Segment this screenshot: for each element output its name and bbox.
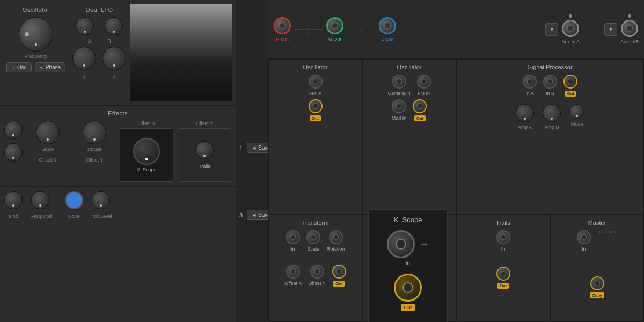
mod-knob[interactable] xyxy=(4,191,23,209)
lfo-wave-a-group: ∧ xyxy=(72,47,96,81)
h-line-2 xyxy=(348,26,375,26)
scale-label: Scale xyxy=(41,147,54,152)
master-in-port[interactable] xyxy=(577,230,591,244)
trails-out-label: Out xyxy=(497,283,509,289)
phase-tab[interactable]: ∿ Phase xyxy=(35,62,65,72)
tr-ox-label: Offset X xyxy=(284,281,302,286)
tr-scale-inner xyxy=(311,235,316,240)
offset-y-label: Offset Y xyxy=(86,157,103,163)
tr-in-port[interactable] xyxy=(286,230,300,244)
lfo-label-b: B xyxy=(107,39,111,45)
mode-knob[interactable] xyxy=(569,104,584,119)
sig-in-a-port[interactable] xyxy=(523,75,537,89)
offset-y-knob-group: Offset Y xyxy=(74,157,116,163)
aux-a-inner xyxy=(567,25,574,32)
osc2-out-group: Out xyxy=(413,99,427,121)
osc2-out-port[interactable] xyxy=(413,99,427,113)
kscope-out-port[interactable] xyxy=(394,274,422,302)
transform-arrow-row: → xyxy=(311,257,320,265)
oscillator-frequency-knob[interactable] xyxy=(19,17,53,52)
lfo-knob-b[interactable] xyxy=(105,17,123,35)
master-copy-port[interactable] xyxy=(590,276,604,290)
oscillator-1-module: Oscillator FM In Out xyxy=(268,59,362,214)
sig-proc-top-row: In A In B Out xyxy=(523,75,577,97)
trails-out-port[interactable] xyxy=(496,267,510,281)
effects-section: Effects Scale Rotate xyxy=(0,106,236,187)
effects-title: Effects xyxy=(4,110,231,116)
modules-grid: Oscillator FM In Out Oscillator xyxy=(268,59,644,215)
effects-knob-1[interactable] xyxy=(4,121,23,139)
aux-a-label: Aux In A xyxy=(561,39,580,45)
effects-knob-2[interactable] xyxy=(4,143,23,162)
osc2-title: Oscillator xyxy=(397,64,422,70)
right-panel: R Out ← → G Out → xyxy=(268,0,644,322)
aux-b-port[interactable] xyxy=(621,20,638,37)
mode-label: Mode xyxy=(571,121,583,127)
trails-title: Trails xyxy=(496,219,510,226)
mode-group: Mode xyxy=(569,104,584,130)
sig-in-b-port[interactable] xyxy=(543,75,557,89)
color-knob[interactable] xyxy=(65,191,83,209)
aux-a-port[interactable] xyxy=(562,20,579,37)
aux-b-dropdown[interactable]: ▼ xyxy=(604,23,617,36)
tr-ox-port[interactable] xyxy=(286,265,300,279)
aux-b-group: Aux In B xyxy=(620,14,639,45)
osc2-mod-in-port[interactable] xyxy=(392,99,406,113)
aux-a-dropdown[interactable]: ▼ xyxy=(545,23,558,36)
freq-mod-knob[interactable] xyxy=(31,191,49,209)
osc2-cam-in-port[interactable] xyxy=(392,75,406,89)
arrow-l-1: ← xyxy=(306,23,311,28)
oscillator-tabs: ∿ Osc ∿ Phase xyxy=(6,62,65,72)
g-out-port[interactable] xyxy=(326,17,343,34)
lfo-knob-a-group xyxy=(76,17,94,35)
r-out-group: R Out xyxy=(274,17,291,42)
amp-b-knob[interactable] xyxy=(543,104,561,122)
osc2-cam-in-group: Camera In xyxy=(387,75,410,96)
lfo-wave-knob-b[interactable] xyxy=(103,47,126,70)
preset-3-number: 3 xyxy=(239,212,243,218)
main-layout: Oscillator Frequency ∿ Osc ∿ Phase xyxy=(0,0,644,322)
phase-wave-icon: ∿ xyxy=(40,65,44,70)
g-out-group: G Out xyxy=(326,17,343,42)
tr-in-group: In xyxy=(286,230,300,252)
osc2-fm-in-port[interactable] xyxy=(417,75,431,89)
osc1-fm-in-label: FM In xyxy=(309,91,321,96)
osc1-out-port[interactable] xyxy=(309,99,323,113)
sig-in-a-label: In A xyxy=(525,91,534,96)
lfo-wave-symbol-a: ∧ xyxy=(82,72,87,81)
trails-knob[interactable] xyxy=(195,141,214,159)
osc2-fm-in-inner xyxy=(421,79,427,84)
osc-tab[interactable]: ∿ Osc xyxy=(6,62,32,72)
lfo-wave-knob-a[interactable] xyxy=(72,47,96,70)
rotate-knob[interactable] xyxy=(83,121,106,144)
trails-out-row: Out xyxy=(496,267,510,289)
tr-oy-port[interactable] xyxy=(310,265,324,279)
tr-scale-port[interactable] xyxy=(306,230,320,244)
kscope-in-port[interactable] xyxy=(387,230,415,258)
lfo-knob-a[interactable] xyxy=(76,17,94,35)
b-out-port[interactable] xyxy=(379,17,396,34)
scale-knob[interactable] xyxy=(36,121,60,144)
amp-a-group: Amp A xyxy=(516,104,534,130)
kscope-arrow-right: → xyxy=(419,239,429,250)
dual-lfo-section: Dual LFO A B ∧ xyxy=(70,4,128,101)
osc1-fm-in-group: FM In xyxy=(309,75,323,96)
kscope-knob[interactable] xyxy=(133,138,160,165)
tr-out-port[interactable] xyxy=(332,265,346,279)
tr-oy-label: Offset Y xyxy=(309,281,326,286)
mix-level-label: Mix Level xyxy=(92,214,112,219)
mod-label: Mod xyxy=(4,214,23,219)
scale-knob-group: Scale xyxy=(27,121,69,152)
osc1-fm-in-port[interactable] xyxy=(309,75,323,89)
trails-in-port[interactable] xyxy=(496,230,510,244)
tr-rot-port[interactable] xyxy=(329,230,343,244)
amp-a-knob[interactable] xyxy=(516,104,534,122)
sig-out-port[interactable] xyxy=(564,75,577,89)
trails-box: Trails xyxy=(178,128,231,182)
r-out-port[interactable] xyxy=(274,17,291,34)
osc2-cam-in-inner xyxy=(397,79,402,84)
mix-level-knob[interactable] xyxy=(92,191,110,209)
b-out-group: B Out xyxy=(379,17,396,42)
osc1-fm-in-inner xyxy=(313,79,318,84)
kscope-module-container: K. Scope → In Out xyxy=(362,215,456,322)
